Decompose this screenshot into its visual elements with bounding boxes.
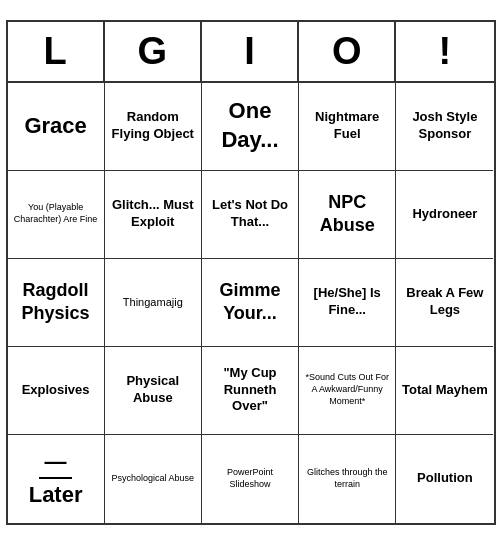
cell-text-23: Glitches through the terrain [303, 467, 391, 490]
cell-3[interactable]: Nightmare Fuel [299, 83, 396, 171]
cell-17[interactable]: "My Cup Runneth Over" [202, 347, 299, 435]
cell-text-10: Ragdoll Physics [12, 279, 100, 326]
cell-text-22: PowerPoint Slideshow [206, 467, 294, 490]
cell-text-19: Total Mayhem [402, 382, 488, 399]
cell-15[interactable]: Explosives [8, 347, 105, 435]
bingo-grid: Grace Random Flying Object One Day... Ni… [8, 83, 494, 523]
cell-24[interactable]: Pollution [396, 435, 493, 523]
cell-text-5: You (Playable Charachter) Are Fine [12, 202, 100, 225]
cell-text-12: Gimme Your... [206, 279, 294, 326]
cell-text-14: Break A Few Legs [400, 285, 489, 319]
cell-19[interactable]: Total Mayhem [396, 347, 493, 435]
cell-text-9: Hydroneer [412, 206, 477, 223]
cell-text-20-line: — [39, 448, 71, 479]
cell-text-18: *Sound Cuts Out For A Awkward/Funny Mome… [303, 372, 391, 407]
cell-text-8: NPC Abuse [303, 191, 391, 238]
cell-text-16: Physical Abuse [109, 373, 197, 407]
cell-text-17: "My Cup Runneth Over" [206, 365, 294, 416]
cell-text-7: Let's Not Do That... [206, 197, 294, 231]
cell-20[interactable]: — Later [8, 435, 105, 523]
cell-text-1: Random Flying Object [109, 109, 197, 143]
cell-7[interactable]: Let's Not Do That... [202, 171, 299, 259]
cell-text-3: Nightmare Fuel [303, 109, 391, 143]
cell-text-13: [He/She] Is Fine... [303, 285, 391, 319]
cell-text-11: Thingamajig [123, 295, 183, 309]
cell-text-6: Glitch... Must Exploit [109, 197, 197, 231]
cell-text-20-later: Later [29, 481, 83, 510]
cell-text-2: One Day... [206, 97, 294, 154]
bingo-header: L G I O ! [8, 22, 494, 83]
header-excl: ! [396, 22, 493, 81]
cell-18[interactable]: *Sound Cuts Out For A Awkward/Funny Mome… [299, 347, 396, 435]
cell-text-24: Pollution [417, 470, 473, 487]
cell-13[interactable]: [He/She] Is Fine... [299, 259, 396, 347]
cell-5[interactable]: You (Playable Charachter) Are Fine [8, 171, 105, 259]
cell-11[interactable]: Thingamajig [105, 259, 202, 347]
header-l: L [8, 22, 105, 81]
bingo-card: L G I O ! Grace Random Flying Object One… [6, 20, 496, 525]
cell-14[interactable]: Break A Few Legs [396, 259, 493, 347]
cell-1[interactable]: Random Flying Object [105, 83, 202, 171]
cell-text-4: Josh Style Sponsor [400, 109, 489, 143]
cell-16[interactable]: Physical Abuse [105, 347, 202, 435]
cell-4[interactable]: Josh Style Sponsor [396, 83, 493, 171]
cell-text-0: Grace [24, 112, 86, 141]
cell-22[interactable]: PowerPoint Slideshow [202, 435, 299, 523]
cell-12[interactable]: Gimme Your... [202, 259, 299, 347]
cell-text-21: Psychological Abuse [112, 473, 195, 485]
header-g: G [105, 22, 202, 81]
header-o: O [299, 22, 396, 81]
cell-8[interactable]: NPC Abuse [299, 171, 396, 259]
cell-2[interactable]: One Day... [202, 83, 299, 171]
cell-6[interactable]: Glitch... Must Exploit [105, 171, 202, 259]
cell-23[interactable]: Glitches through the terrain [299, 435, 396, 523]
header-i: I [202, 22, 299, 81]
cell-0[interactable]: Grace [8, 83, 105, 171]
cell-10[interactable]: Ragdoll Physics [8, 259, 105, 347]
cell-text-15: Explosives [22, 382, 90, 399]
cell-9[interactable]: Hydroneer [396, 171, 493, 259]
cell-21[interactable]: Psychological Abuse [105, 435, 202, 523]
